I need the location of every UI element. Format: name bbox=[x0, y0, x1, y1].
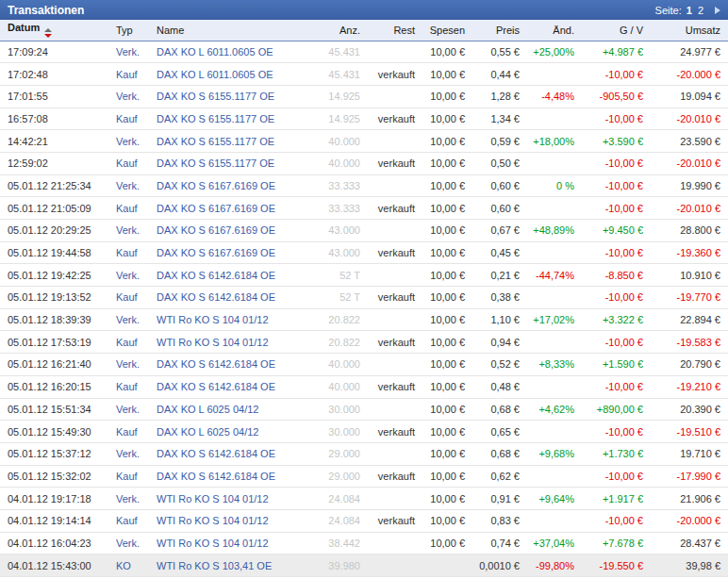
cell-aend: +9,68% bbox=[522, 442, 577, 465]
transaction-row: 04.01.12 19:17:18Verk.WTI Ro KO S 104 01… bbox=[0, 488, 728, 510]
column-header-name[interactable]: Name bbox=[154, 20, 314, 41]
cell-typ: Verk. bbox=[113, 308, 154, 331]
cell-preis: 1,34 € bbox=[468, 108, 522, 130]
cell-typ: Verk. bbox=[113, 41, 154, 63]
cell-gv: -10,00 € bbox=[577, 63, 646, 86]
cell-aend: +8,33% bbox=[522, 354, 577, 376]
cell-spesen: 10,00 € bbox=[418, 421, 468, 443]
cell-name[interactable]: DAX KO S 6142.6184 OE bbox=[154, 264, 314, 287]
cell-preis: 0,62 € bbox=[468, 465, 522, 488]
cell-rest: verkauft bbox=[363, 63, 418, 86]
cell-name[interactable]: DAX KO L 6011.0605 OE bbox=[154, 41, 314, 63]
transaction-row: 05.01.12 15:51:34Verk.DAX KO L 6025 04/1… bbox=[0, 398, 728, 421]
cell-spesen: 10,00 € bbox=[418, 354, 468, 376]
cell-anz: 45.431 bbox=[314, 41, 363, 63]
column-header-preis[interactable]: Preis bbox=[468, 20, 522, 41]
cell-aend: +48,89% bbox=[522, 220, 577, 242]
cell-name[interactable]: DAX KO S 6155.1177 OE bbox=[154, 152, 314, 174]
cell-name[interactable]: DAX KO S 6155.1177 OE bbox=[154, 85, 314, 108]
cell-name[interactable]: WTI Ro KO S 104 01/12 bbox=[154, 308, 314, 331]
cell-gv: -10,00 € bbox=[577, 241, 646, 264]
cell-rest bbox=[363, 554, 418, 577]
cell-umsatz: 24.977 € bbox=[646, 41, 728, 63]
cell-rest bbox=[363, 174, 418, 197]
cell-datum: 17:02:48 bbox=[0, 63, 113, 86]
cell-name[interactable]: WTI Ro KO S 103,41 OE bbox=[154, 554, 314, 577]
cell-spesen: 10,00 € bbox=[418, 465, 468, 488]
cell-datum: 16:57:08 bbox=[0, 108, 113, 130]
page-link-1[interactable]: 1 bbox=[687, 5, 692, 16]
cell-name[interactable]: DAX KO L 6025 04/12 bbox=[154, 398, 314, 421]
cell-rest: verkauft bbox=[363, 375, 418, 398]
cell-spesen: 10,00 € bbox=[418, 442, 468, 465]
column-header-typ[interactable]: Typ bbox=[113, 20, 154, 41]
cell-name[interactable]: WTI Ro KO S 104 01/12 bbox=[154, 509, 314, 532]
cell-name[interactable]: DAX KO L 6025 04/12 bbox=[154, 421, 314, 443]
cell-datum: 05.01.12 19:13:52 bbox=[0, 287, 113, 309]
cell-rest: verkauft bbox=[363, 197, 418, 220]
cell-name[interactable]: DAX KO S 6167.6169 OE bbox=[154, 197, 314, 220]
cell-rest: verkauft bbox=[363, 421, 418, 443]
cell-umsatz: -19.210 € bbox=[646, 375, 728, 398]
cell-name[interactable]: WTI Ro KO S 104 01/12 bbox=[154, 532, 314, 554]
transaction-row: 05.01.12 16:21:40Verk.DAX KO S 6142.6184… bbox=[0, 354, 728, 376]
next-page-arrow-icon[interactable] bbox=[715, 7, 720, 14]
cell-name[interactable]: WTI Ro KO S 104 01/12 bbox=[154, 488, 314, 510]
cell-umsatz: -20.010 € bbox=[646, 197, 728, 220]
cell-spesen: 10,00 € bbox=[418, 41, 468, 63]
cell-preis: 0,83 € bbox=[468, 509, 522, 532]
transaction-row: 04.01.12 15:43:00KOWTI Ro KO S 103,41 OE… bbox=[0, 554, 728, 577]
cell-spesen: 10,00 € bbox=[418, 287, 468, 309]
cell-datum: 04.01.12 19:17:18 bbox=[0, 488, 113, 510]
cell-aend: -99,80% bbox=[522, 554, 577, 577]
transaction-row: 05.01.12 21:25:34Verk.DAX KO S 6167.6169… bbox=[0, 174, 728, 197]
cell-typ: Kauf bbox=[113, 375, 154, 398]
column-header-rest[interactable]: Rest bbox=[363, 20, 418, 41]
cell-spesen: 10,00 € bbox=[418, 85, 468, 108]
column-header-spesen[interactable]: Spesen bbox=[418, 20, 468, 41]
cell-rest: verkauft bbox=[363, 108, 418, 130]
cell-name[interactable]: DAX KO S 6142.6184 OE bbox=[154, 354, 314, 376]
column-header-anz[interactable]: Anz. bbox=[314, 20, 363, 41]
cell-aend: +18,00% bbox=[522, 130, 577, 153]
cell-datum: 04.01.12 16:04:23 bbox=[0, 532, 113, 554]
cell-preis: 0,44 € bbox=[468, 63, 522, 86]
cell-umsatz: -20.000 € bbox=[646, 509, 728, 532]
cell-preis: 0,55 € bbox=[468, 41, 522, 63]
transaction-row: 05.01.12 15:37:12Verk.DAX KO S 6142.6184… bbox=[0, 442, 728, 465]
cell-spesen: 10,00 € bbox=[418, 375, 468, 398]
cell-datum: 05.01.12 19:42:25 bbox=[0, 264, 113, 287]
cell-anz: 52 T bbox=[314, 264, 363, 287]
cell-preis: 0,67 € bbox=[468, 220, 522, 242]
cell-name[interactable]: DAX KO L 6011.0605 OE bbox=[154, 63, 314, 86]
cell-typ: Verk. bbox=[113, 264, 154, 287]
cell-typ: KO bbox=[113, 554, 154, 577]
cell-name[interactable]: DAX KO S 6167.6169 OE bbox=[154, 241, 314, 264]
cell-aend bbox=[522, 241, 577, 264]
cell-name[interactable]: DAX KO S 6155.1177 OE bbox=[154, 108, 314, 130]
cell-name[interactable]: DAX KO S 6142.6184 OE bbox=[154, 465, 314, 488]
cell-name[interactable]: DAX KO S 6142.6184 OE bbox=[154, 375, 314, 398]
cell-gv: -905,50 € bbox=[577, 85, 646, 108]
column-header-aend[interactable]: Änd. bbox=[522, 20, 577, 41]
cell-name[interactable]: DAX KO S 6142.6184 OE bbox=[154, 442, 314, 465]
transaction-row: 05.01.12 21:05:09KaufDAX KO S 6167.6169 … bbox=[0, 197, 728, 220]
page-link-2[interactable]: 2 bbox=[698, 5, 703, 16]
cell-rest bbox=[363, 354, 418, 376]
cell-name[interactable]: WTI Ro KO S 104 01/12 bbox=[154, 331, 314, 354]
column-header-datum[interactable]: Datum bbox=[0, 20, 113, 41]
cell-name[interactable]: DAX KO S 6167.6169 OE bbox=[154, 174, 314, 197]
cell-umsatz: 28.437 € bbox=[646, 532, 728, 554]
cell-anz: 30.000 bbox=[314, 421, 363, 443]
cell-rest bbox=[363, 442, 418, 465]
cell-umsatz: 22.894 € bbox=[646, 308, 728, 331]
cell-name[interactable]: DAX KO S 6167.6169 OE bbox=[154, 220, 314, 242]
cell-rest: verkauft bbox=[363, 509, 418, 532]
transaction-row: 05.01.12 16:20:15KaufDAX KO S 6142.6184 … bbox=[0, 375, 728, 398]
column-header-gv[interactable]: G / V bbox=[577, 20, 646, 41]
cell-typ: Verk. bbox=[113, 442, 154, 465]
cell-name[interactable]: DAX KO S 6155.1177 OE bbox=[154, 130, 314, 153]
pager-label: Seite: bbox=[655, 5, 682, 16]
column-header-umsatz[interactable]: Umsatz bbox=[646, 20, 728, 41]
cell-name[interactable]: DAX KO S 6142.6184 OE bbox=[154, 287, 314, 309]
